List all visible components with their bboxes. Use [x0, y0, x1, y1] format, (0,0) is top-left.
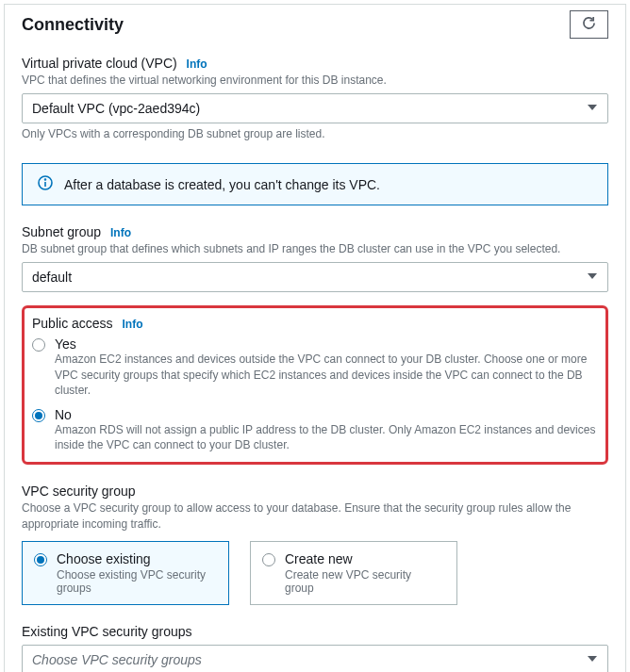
sg-description: Choose a VPC security group to allow acc…: [22, 500, 608, 531]
radio-yes-desc: Amazon EC2 instances and devices outside…: [55, 352, 598, 398]
existing-sg-label: Existing VPC security groups: [22, 624, 608, 639]
sg-label: VPC security group: [22, 484, 608, 499]
vpc-select-value: Default VPC (vpc-2aed394c): [32, 101, 200, 116]
subnet-field: Subnet group Info DB subnet group that d…: [22, 224, 608, 292]
public-access-info-link[interactable]: Info: [122, 318, 142, 331]
sg-create-new-desc: Create new VPC security group: [285, 568, 443, 595]
existing-sg-placeholder: Choose VPC security groups: [32, 652, 202, 667]
radio-yes[interactable]: [32, 338, 45, 352]
caret-down-icon: [587, 101, 598, 116]
refresh-button[interactable]: [570, 10, 608, 39]
existing-sg-select[interactable]: Choose VPC security groups: [22, 645, 608, 672]
connectivity-panel: Connectivity Virtual private cloud (VPC)…: [4, 4, 626, 672]
sg-choose-existing-title: Choose existing: [57, 551, 215, 566]
subnet-select[interactable]: default: [22, 262, 608, 292]
sg-choose-existing-card[interactable]: Choose existing Choose existing VPC secu…: [22, 541, 229, 605]
info-icon: [38, 175, 53, 193]
public-access-highlight: Public access Info Yes Amazon EC2 instan…: [22, 305, 608, 465]
radio-no-desc: Amazon RDS will not assign a public IP a…: [55, 422, 598, 452]
sg-create-new-card[interactable]: Create new Create new VPC security group: [250, 541, 457, 605]
radio-no[interactable]: [32, 409, 45, 422]
public-access-yes-row[interactable]: Yes Amazon EC2 instances and devices out…: [32, 336, 598, 398]
vpc-description: VPC that defines the virtual networking …: [22, 73, 608, 88]
vpc-field: Virtual private cloud (VPC) Info VPC tha…: [22, 56, 608, 140]
refresh-icon: [582, 16, 596, 33]
vpc-change-alert: After a database is created, you can't c…: [22, 163, 608, 205]
public-access-label: Public access: [32, 316, 113, 331]
radio-no-label: No: [55, 407, 598, 422]
svg-point-2: [45, 179, 46, 180]
vpc-hint: Only VPCs with a corresponding DB subnet…: [22, 127, 608, 140]
radio-choose-existing[interactable]: [34, 553, 47, 566]
existing-sg-field: Existing VPC security groups Choose VPC …: [22, 624, 608, 672]
subnet-info-link[interactable]: Info: [110, 226, 131, 239]
public-access-no-row[interactable]: No Amazon RDS will not assign a public I…: [32, 407, 598, 452]
vpc-select[interactable]: Default VPC (vpc-2aed394c): [22, 93, 608, 123]
panel-header: Connectivity: [5, 5, 625, 56]
vpc-info-link[interactable]: Info: [187, 57, 207, 71]
sg-field: VPC security group Choose a VPC security…: [22, 484, 608, 604]
caret-down-icon: [587, 652, 598, 667]
sg-create-new-title: Create new: [285, 551, 443, 566]
subnet-description: DB subnet group that defines which subne…: [22, 241, 608, 256]
alert-text: After a database is created, you can't c…: [64, 177, 380, 192]
caret-down-icon: [587, 270, 598, 285]
vpc-label: Virtual private cloud (VPC): [22, 56, 177, 71]
sg-choose-existing-desc: Choose existing VPC security groups: [57, 568, 215, 595]
radio-create-new[interactable]: [262, 553, 275, 566]
subnet-select-value: default: [32, 270, 72, 285]
subnet-label: Subnet group: [22, 224, 101, 239]
radio-yes-label: Yes: [55, 336, 598, 352]
panel-title: Connectivity: [22, 15, 124, 35]
